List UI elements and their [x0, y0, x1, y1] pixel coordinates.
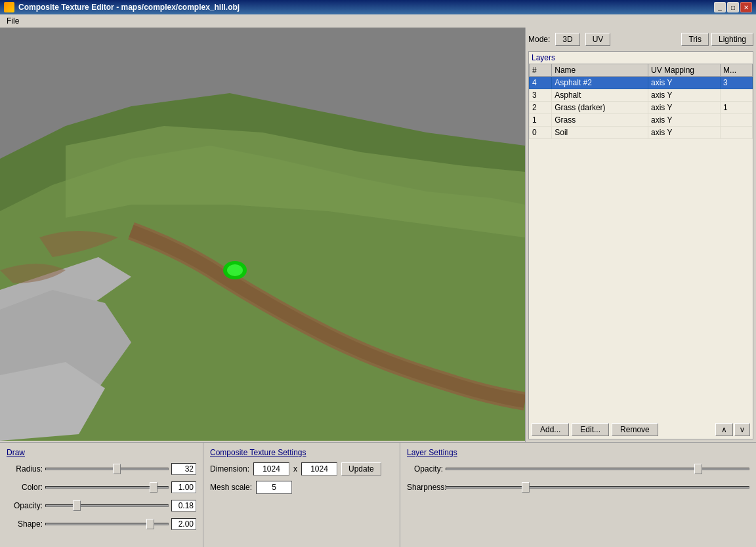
layer-name: Grass: [552, 114, 648, 127]
shape-label: Shape:: [7, 519, 43, 529]
edit-layer-button[interactable]: Edit...: [572, 423, 609, 436]
file-menu[interactable]: File: [3, 16, 23, 26]
radius-slider[interactable]: [45, 462, 169, 476]
titlebar: Composite Texture Editor - maps/complex/…: [0, 0, 756, 14]
layer-row[interactable]: 4 Asphalt #2 axis Y 3: [530, 77, 753, 89]
col-name: Name: [552, 64, 648, 77]
bottom-panel: Draw Radius: 32 Color: 1.: [0, 442, 756, 547]
opacity-label: Opacity:: [7, 501, 43, 510]
opacity-row: Opacity: 0.18: [7, 499, 196, 512]
layer-m: [721, 127, 753, 139]
layer-uv: axis Y: [648, 102, 720, 114]
mode-label: Mode:: [528, 35, 550, 44]
layer-name: Soil: [552, 127, 648, 139]
window-title: Composite Texture Editor - maps/complex/…: [18, 3, 240, 12]
titlebar-title: Composite Texture Editor - maps/complex/…: [4, 2, 240, 12]
right-panel: Mode: 3D UV Tris Lighting Layers # Name …: [525, 28, 756, 442]
titlebar-controls: _ □ ✕: [714, 2, 752, 12]
mode-controls: Mode: 3D UV Tris Lighting: [528, 30, 753, 49]
shape-slider[interactable]: [45, 517, 169, 531]
col-m: M...: [721, 64, 753, 77]
mesh-scale-row: Mesh scale:: [210, 481, 393, 494]
radius-row: Radius: 32: [7, 462, 196, 476]
draw-section: Draw Radius: 32 Color: 1.: [0, 443, 203, 547]
layer-down-button[interactable]: v: [734, 423, 750, 436]
layer-up-button[interactable]: ∧: [715, 423, 733, 436]
remove-layer-button[interactable]: Remove: [612, 423, 658, 436]
layer-num: 4: [530, 77, 552, 89]
opacity-value: 0.18: [171, 500, 196, 512]
layer-row[interactable]: 1 Grass axis Y: [530, 114, 753, 127]
layer-name: Grass (darker): [552, 102, 648, 114]
layer-uv: axis Y: [648, 77, 720, 89]
layer-num: 2: [530, 102, 552, 114]
col-num: #: [530, 64, 552, 77]
layer-num: 3: [530, 89, 552, 102]
viewport[interactable]: [0, 28, 525, 441]
mode-uv-button[interactable]: UV: [585, 33, 611, 46]
layer-m: [721, 114, 753, 127]
close-button[interactable]: ✕: [740, 2, 752, 12]
layer-num: 0: [530, 127, 552, 139]
layers-panel: Layers # Name UV Mapping M... 4 Asphalt …: [528, 51, 753, 439]
app-icon: [4, 2, 14, 12]
ls-opacity-label: Opacity:: [407, 464, 443, 474]
dimension-label: Dimension:: [210, 464, 249, 474]
layer-name: Asphalt #2: [552, 77, 648, 89]
layer-m: [721, 89, 753, 102]
color-row: Color: 1.00: [7, 481, 196, 494]
draw-title: Draw: [7, 448, 196, 457]
shape-row: Shape: 2.00: [7, 517, 196, 531]
composite-title: Composite Texture Settings: [210, 448, 393, 457]
layer-settings-title: Layer Settings: [407, 448, 749, 457]
main-container: Mode: 3D UV Tris Lighting Layers # Name …: [0, 28, 756, 547]
layer-row[interactable]: 2 Grass (darker) axis Y 1: [530, 102, 753, 114]
color-label: Color:: [7, 483, 43, 492]
layer-row[interactable]: 3 Asphalt axis Y: [530, 89, 753, 102]
radius-value: 32: [171, 463, 196, 475]
svg-point-9: [227, 264, 243, 276]
ls-opacity-row: Opacity:: [407, 462, 749, 476]
layer-buttons: Add... Edit... Remove ∧ v: [529, 420, 753, 439]
layer-nav-buttons: ∧ v: [715, 423, 750, 436]
color-value: 1.00: [171, 481, 196, 493]
col-uv: UV Mapping: [648, 64, 720, 77]
layer-m: 3: [721, 77, 753, 89]
layer-row[interactable]: 0 Soil axis Y: [530, 127, 753, 139]
layer-m: 1: [721, 102, 753, 114]
lighting-button[interactable]: Lighting: [711, 33, 753, 46]
layers-title: Layers: [529, 52, 753, 64]
shape-value: 2.00: [171, 518, 196, 530]
composite-section: Composite Texture Settings Dimension: x …: [203, 443, 400, 547]
layer-settings-section: Layer Settings Opacity: Sharpness:: [400, 443, 756, 547]
ls-sharpness-slider[interactable]: [446, 481, 749, 494]
opacity-slider[interactable]: [45, 499, 169, 512]
ls-sharpness-label: Sharpness:: [407, 483, 443, 492]
terrain-view: [0, 28, 525, 441]
layer-name: Asphalt: [552, 89, 648, 102]
mesh-scale-input[interactable]: [256, 481, 292, 494]
dim-y-input[interactable]: [301, 462, 337, 476]
layer-uv: axis Y: [648, 127, 720, 139]
mode-3d-button[interactable]: 3D: [555, 33, 579, 46]
content-area: Mode: 3D UV Tris Lighting Layers # Name …: [0, 28, 756, 442]
color-slider[interactable]: [45, 481, 169, 494]
dim-x-input[interactable]: [253, 462, 289, 476]
layers-table: # Name UV Mapping M... 4 Asphalt #2 axis…: [529, 64, 753, 139]
add-layer-button[interactable]: Add...: [532, 423, 569, 436]
ls-opacity-slider[interactable]: [446, 462, 749, 476]
right-mode-controls: Tris Lighting: [681, 33, 753, 46]
ls-sharpness-row: Sharpness:: [407, 481, 749, 494]
menubar: File: [0, 14, 756, 28]
layer-uv: axis Y: [648, 89, 720, 102]
dimension-row: Dimension: x Update: [210, 462, 393, 476]
dimension-separator: x: [293, 464, 297, 474]
maximize-button[interactable]: □: [727, 2, 739, 12]
layer-uv: axis Y: [648, 114, 720, 127]
tris-button[interactable]: Tris: [681, 33, 709, 46]
radius-label: Radius:: [7, 464, 43, 474]
minimize-button[interactable]: _: [714, 2, 726, 12]
layer-num: 1: [530, 114, 552, 127]
update-button[interactable]: Update: [341, 462, 381, 476]
mesh-scale-label: Mesh scale:: [210, 483, 252, 492]
